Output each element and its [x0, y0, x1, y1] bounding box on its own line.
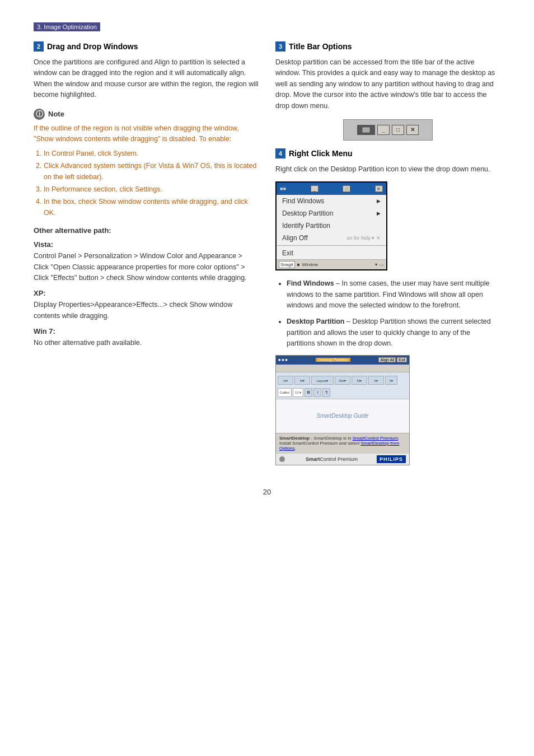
cm-desktop-partition[interactable]: Desktop Partition: [277, 207, 386, 220]
section3-title-row: 3 Title Bar Options: [275, 41, 500, 52]
page-number: 20: [34, 488, 500, 496]
titlebar-minimize-btn: _: [377, 125, 390, 135]
cm-identify-partition[interactable]: Identify Partition: [277, 220, 386, 232]
ds-footer: SmartDesktop - SmartDesktop is in SmartC…: [276, 433, 409, 453]
ds-app-name: ■ ■ ■: [278, 358, 288, 362]
cm-align-off[interactable]: Align Off on for help ▾ ✕: [277, 232, 386, 244]
note-step-2: Click Advanced system settings (For Vist…: [44, 160, 259, 183]
ds-ribbon: H▾ M▾ Layout▾ Ref▾ M▾ A▾ V▾ Calibri 11 ▾…: [276, 372, 409, 399]
note-label: Note: [48, 110, 64, 118]
vista-title: Vista:: [34, 240, 259, 249]
section2-num: 2: [34, 41, 44, 52]
note-step-1: In Control Panel, click System.: [44, 148, 259, 159]
cm-divider: [277, 245, 386, 246]
cm-align-off-label: Align Off: [282, 234, 308, 242]
ds-align-all: Align All: [378, 357, 396, 362]
ds-toolbar: [276, 365, 409, 372]
ds-paragraph: ¶: [322, 388, 330, 397]
ds-italic: I: [313, 388, 321, 397]
section-header-bar: 3. Image Optimization: [34, 22, 100, 31]
cm-scroll-icon: ▾: [375, 262, 377, 267]
bullet-list: Find Windows – In some cases, the user m…: [275, 278, 500, 349]
ds-smartdesktop-text: SmartDesktop - SmartDesktop is in SmartC…: [279, 436, 399, 451]
two-column-layout: 2 Drag and Drop Windows Once the partiti…: [34, 41, 500, 465]
ds-ribbon-btn7: V▾: [385, 376, 397, 385]
cm-identify-partition-label: Identify Partition: [282, 222, 330, 230]
ds-calibri: Calibri: [278, 388, 292, 397]
section4-heading: Right Click Menu: [289, 149, 353, 158]
bullet-item-1: Find Windows – In some cases, the user m…: [287, 278, 500, 311]
titlebar-partition-icon: [357, 125, 375, 135]
titlebar-close-btn: ✕: [406, 125, 419, 135]
cm-bottom-bar: Snagit ■ Window ▾ —: [277, 259, 386, 269]
cm-scroll-handle: —: [380, 262, 384, 267]
desktop-screenshot: ■ ■ ■ Desktop Partition Align All Exit H…: [275, 355, 410, 465]
right-click-area: ■■ _ □ ✕ Find Windows Desktop Partition …: [275, 181, 500, 270]
ds-bold: B: [305, 388, 312, 397]
cm-header-partition-icon: ■■: [280, 186, 286, 192]
vista-text: Control Panel > Personalization > Window…: [34, 251, 259, 283]
ds-smartcontrol-row: SmartControl Premium PHILIPS: [276, 453, 409, 465]
win7-text: No other alternative path available.: [34, 338, 259, 348]
section4-title-row: 4 Right Click Menu: [275, 148, 500, 158]
win7-title: Win 7:: [34, 327, 259, 335]
titlebar-maximize-btn: □: [392, 125, 404, 135]
cm-snagit-label: Snagit: [279, 261, 295, 268]
bullet-item-2: Desktop Partition – Desktop Partition sh…: [287, 316, 500, 349]
titlebar-mockup: _ □ ✕: [343, 119, 433, 141]
cm-find-windows-label: Find Windows: [282, 197, 324, 205]
philips-badge: PHILIPS: [377, 455, 406, 463]
ds-ribbon-btn1: H▾: [278, 376, 293, 385]
cm-desktop-partition-label: Desktop Partition: [282, 209, 333, 217]
context-menu: ■■ _ □ ✕ Find Windows Desktop Partition …: [275, 181, 387, 270]
section2-title-row: 2 Drag and Drop Windows: [34, 41, 259, 52]
cm-window-label: Window: [302, 262, 318, 267]
ds-ribbon-btn5: M▾: [352, 376, 367, 385]
section3-para1: Desktop partition can be accessed from t…: [275, 57, 500, 111]
ds-titlebar-btns: Align All Exit: [378, 357, 407, 362]
right-column: 3 Title Bar Options Desktop partition ca…: [275, 41, 500, 465]
xp-text: Display Properties>Appearance>Effects...…: [34, 300, 259, 321]
ds-ribbon-btn2: M▾: [294, 376, 310, 385]
cm-find-windows[interactable]: Find Windows: [277, 195, 386, 207]
ds-sc-icon: [279, 456, 285, 462]
section-header-text: 3. Image Optimization: [37, 24, 97, 30]
context-menu-header: ■■ _ □ ✕: [277, 183, 386, 195]
ds-ribbon-btn6: A▾: [368, 376, 384, 385]
ds-titlebar: ■ ■ ■ Desktop Partition Align All Exit: [276, 356, 409, 365]
cm-help-hint: on for help ▾ ✕: [346, 235, 381, 241]
ds-fontsize: 11 ▾: [293, 388, 303, 397]
note-icon: ⓘ: [34, 109, 45, 120]
section4-num: 4: [275, 148, 285, 158]
xp-title: XP:: [34, 289, 259, 297]
cm-maximize-btn: □: [343, 185, 350, 192]
section3-num: 3: [275, 41, 285, 52]
note-box: ⓘ Note If the outline of the region is n…: [34, 109, 259, 219]
note-step-4: In the box, check Show window contents w…: [44, 196, 259, 218]
note-title: ⓘ Note: [34, 109, 259, 120]
other-path-title: Other alternative path:: [34, 226, 259, 235]
note-orange-text: If the outline of the region is not visi…: [34, 123, 259, 145]
cm-minimize-btn: _: [311, 185, 318, 192]
ds-partition-panel: Desktop Partition: [316, 358, 350, 362]
ds-guide-text: SmartDesktop Guide: [317, 413, 369, 419]
ds-sc-label: SmartControl Premium: [306, 456, 358, 462]
section4-para1: Right click on the Desktop Partition ico…: [275, 164, 500, 175]
section3-heading: Title Bar Options: [289, 42, 352, 51]
cm-exit-label: Exit: [282, 249, 293, 257]
bullet2-title: Desktop Partition: [287, 318, 345, 325]
section2-heading: Drag and Drop Windows: [47, 42, 138, 51]
cm-close-btn: ✕: [375, 185, 383, 192]
section2-para1: Once the partitions are configured and A…: [34, 57, 259, 101]
cm-partition-icon-small: ■: [297, 262, 300, 267]
ds-ribbon-btn4: Ref▾: [335, 376, 350, 385]
ds-exit: Exit: [397, 357, 407, 362]
ds-content: SmartDesktop Guide: [276, 399, 409, 433]
note-steps-list: In Control Panel, click System. Click Ad…: [34, 148, 259, 218]
ds-ribbon-btn3: Layout▾: [311, 376, 334, 385]
page: 3. Image Optimization 2 Drag and Drop Wi…: [0, 0, 534, 756]
titlebar-partition-inner: [362, 127, 370, 133]
note-step-3: In Performance section, click Settings.: [44, 184, 259, 195]
left-column: 2 Drag and Drop Windows Once the partiti…: [34, 41, 259, 465]
cm-exit[interactable]: Exit: [277, 247, 386, 259]
